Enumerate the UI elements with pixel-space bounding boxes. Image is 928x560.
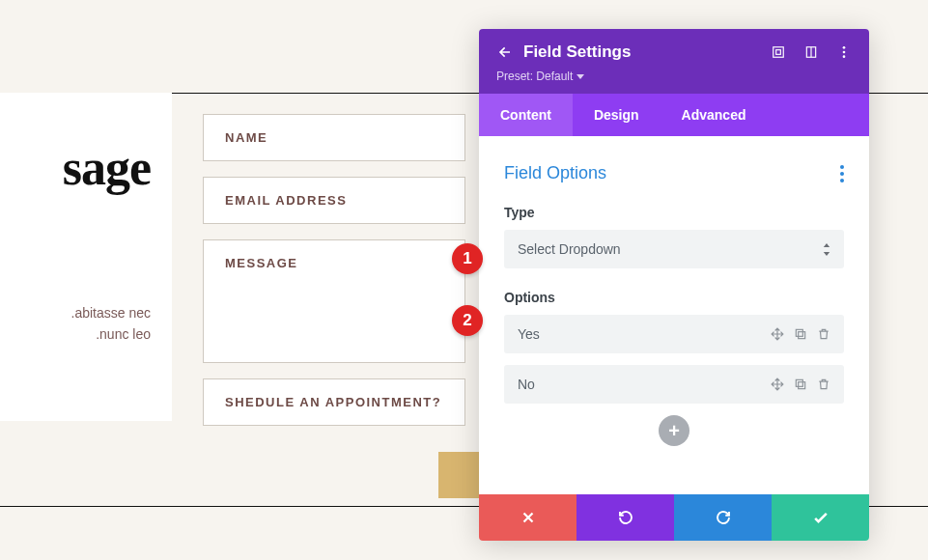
email-field[interactable]: EMAIL ADDRESS [203, 177, 465, 224]
option-actions [771, 378, 830, 391]
option-item[interactable]: Yes [504, 315, 844, 353]
tab-advanced[interactable]: Advanced [661, 94, 768, 136]
panel-body: Field Options Type Select Dropdown Optio… [479, 136, 869, 494]
save-button[interactable] [772, 494, 869, 541]
undo-button[interactable] [576, 494, 674, 541]
panel-tabs: Content Design Advanced [479, 94, 869, 136]
schedule-field[interactable]: SHEDULE AN APPOINTMENT? [203, 378, 465, 426]
add-option-button[interactable]: + [659, 415, 689, 446]
panel-header: Field Settings Preset: Default [479, 29, 869, 94]
type-select[interactable]: Select Dropdown [504, 230, 844, 268]
svg-rect-9 [799, 382, 805, 389]
svg-rect-10 [796, 379, 802, 386]
svg-point-5 [843, 51, 846, 54]
preset-selector[interactable]: Preset: Default [496, 70, 584, 83]
panel-title: Field Settings [523, 42, 631, 62]
back-icon[interactable] [496, 44, 512, 60]
expand-icon[interactable] [771, 44, 786, 60]
annotation-badge-2: 2 [452, 305, 483, 336]
field-settings-panel: Field Settings Preset: Default Content D… [479, 29, 869, 541]
svg-point-4 [843, 46, 846, 49]
form-column: NAME EMAIL ADDRESS MESSAGE SHEDULE AN AP… [203, 114, 465, 441]
panel-footer [479, 494, 869, 541]
tab-design[interactable]: Design [573, 94, 661, 136]
svg-rect-8 [796, 329, 802, 336]
message-field[interactable]: MESSAGE [203, 239, 465, 363]
move-icon[interactable] [771, 378, 784, 391]
select-sort-icon [823, 243, 830, 256]
option-actions [771, 327, 830, 341]
name-field[interactable]: NAME [203, 114, 465, 161]
delete-icon[interactable] [817, 378, 830, 391]
column-icon[interactable] [803, 44, 819, 60]
annotation-badge-1: 1 [452, 243, 483, 274]
section-menu-icon[interactable] [840, 165, 844, 182]
duplicate-icon[interactable] [794, 327, 807, 341]
page-paragraph: abitasse nec. nunc leo. [21, 302, 151, 346]
page-heading: sage [21, 139, 151, 196]
redo-button[interactable] [674, 494, 772, 541]
section-field-options: Field Options [504, 163, 844, 183]
move-icon[interactable] [771, 327, 784, 341]
option-item[interactable]: No [504, 365, 844, 404]
svg-rect-7 [799, 332, 805, 339]
svg-point-6 [843, 55, 846, 58]
more-icon[interactable] [836, 44, 852, 60]
type-label: Type [504, 205, 844, 220]
duplicate-icon[interactable] [794, 378, 807, 391]
svg-rect-1 [776, 50, 781, 55]
delete-icon[interactable] [817, 327, 830, 341]
submit-button[interactable] [438, 452, 479, 498]
svg-rect-0 [773, 47, 784, 58]
cancel-button[interactable] [479, 494, 576, 541]
options-label: Options [504, 290, 844, 305]
tab-content[interactable]: Content [479, 94, 573, 136]
left-content-card: sage abitasse nec. nunc leo. [0, 93, 172, 421]
